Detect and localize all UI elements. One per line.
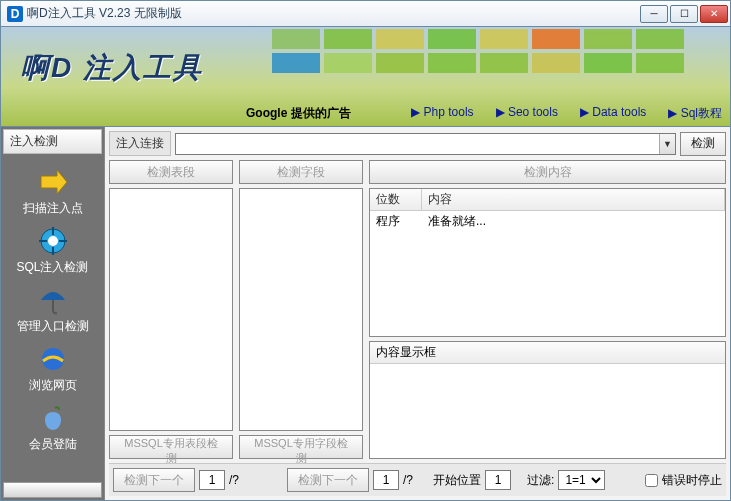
conn-label: 注入连接: [109, 131, 171, 156]
display-box[interactable]: 内容显示框: [369, 341, 726, 459]
error-stop-label: 错误时停止: [662, 472, 722, 489]
field-list[interactable]: [239, 188, 363, 431]
start-pos-label: 开始位置: [433, 472, 481, 489]
content-grid[interactable]: 位数 内容 程序 准备就绪...: [369, 188, 726, 337]
banner: 啊D 注入工具 Google 提供的广告 ▶ Php tools▶ Seo to…: [0, 27, 731, 127]
sidebar-item-label: 管理入口检测: [1, 318, 104, 335]
detect-next-button-2[interactable]: 检测下一个: [287, 468, 369, 492]
target-icon: [37, 225, 69, 257]
filter-select[interactable]: 1=1: [558, 470, 605, 490]
bottom-bar: 检测下一个 /? 检测下一个 /? 开始位置 过滤: 1=1 错误时停止: [109, 463, 726, 496]
window-title: 啊D注入工具 V2.23 无限制版: [27, 5, 640, 22]
display-header: 内容显示框: [370, 342, 725, 364]
detect-button[interactable]: 检测: [680, 132, 726, 156]
umbrella-icon: [37, 284, 69, 316]
banner-link[interactable]: ▶ Php tools: [411, 105, 473, 122]
sidebar-item-label: SQL注入检测: [1, 259, 104, 276]
slash-label: /?: [229, 473, 239, 487]
page-current[interactable]: [199, 470, 225, 490]
grid-cell: 准备就绪...: [422, 211, 725, 232]
sidebar-item-browse[interactable]: 浏览网页: [1, 337, 104, 396]
mssql-field-button[interactable]: MSSQL专用字段检测: [239, 435, 363, 459]
table-row[interactable]: 程序 准备就绪...: [370, 211, 725, 232]
sidebar-item-label: 浏览网页: [1, 377, 104, 394]
error-stop-checkbox[interactable]: 错误时停止: [645, 472, 722, 489]
banner-links: ▶ Php tools▶ Seo tools▶ Data tools▶ Sql教…: [411, 105, 722, 122]
sidebar: 注入检测 扫描注入点 SQL注入检测 管理入口检测 浏览网页 会员登陆: [1, 127, 105, 500]
grid-cell: 程序: [370, 211, 422, 232]
grid-col-bits: 位数: [370, 189, 422, 210]
start-pos-input[interactable]: [485, 470, 511, 490]
sidebar-item-scan[interactable]: 扫描注入点: [1, 160, 104, 219]
sidebar-item-admin[interactable]: 管理入口检测: [1, 278, 104, 337]
ie-icon: [37, 343, 69, 375]
error-stop-input[interactable]: [645, 474, 658, 487]
banner-blocks: [270, 27, 700, 75]
maximize-button[interactable]: ☐: [670, 5, 698, 23]
brand-title: 啊D 注入工具: [21, 49, 203, 87]
page-current-2[interactable]: [373, 470, 399, 490]
grid-col-content: 内容: [422, 189, 725, 210]
sidebar-header[interactable]: 注入检测: [3, 129, 102, 154]
slash-label-2: /?: [403, 473, 413, 487]
banner-link[interactable]: ▶ Seo tools: [496, 105, 558, 122]
sponsor-label: Google 提供的广告: [246, 105, 351, 122]
sidebar-item-label: 会员登陆: [1, 436, 104, 453]
table-list[interactable]: [109, 188, 233, 431]
mssql-table-button[interactable]: MSSQL专用表段检测: [109, 435, 233, 459]
detect-content-button[interactable]: 检测内容: [369, 160, 726, 184]
apple-icon: [37, 402, 69, 434]
minimize-button[interactable]: ─: [640, 5, 668, 23]
titlebar: D 啊D注入工具 V2.23 无限制版 ─ ☐ ✕: [0, 0, 731, 27]
dropdown-icon[interactable]: ▼: [659, 134, 675, 154]
main-panel: 注入连接 ▼ 检测 检测表段 MSSQL专用表段检测 检测字段 MSSQL专用字…: [105, 127, 730, 500]
detect-table-button[interactable]: 检测表段: [109, 160, 233, 184]
detect-next-button[interactable]: 检测下一个: [113, 468, 195, 492]
app-icon: D: [7, 6, 23, 22]
conn-input[interactable]: [176, 134, 659, 154]
filter-label: 过滤:: [527, 472, 554, 489]
conn-combo[interactable]: ▼: [175, 133, 676, 155]
sidebar-item-login[interactable]: 会员登陆: [1, 396, 104, 455]
close-button[interactable]: ✕: [700, 5, 728, 23]
sidebar-item-label: 扫描注入点: [1, 200, 104, 217]
detect-field-button[interactable]: 检测字段: [239, 160, 363, 184]
arrow-right-icon: [37, 166, 69, 198]
sidebar-item-sql[interactable]: SQL注入检测: [1, 219, 104, 278]
banner-link[interactable]: ▶ Sql教程: [668, 105, 722, 122]
sidebar-footer[interactable]: [3, 482, 102, 498]
banner-link[interactable]: ▶ Data tools: [580, 105, 646, 122]
svg-point-1: [48, 236, 58, 246]
